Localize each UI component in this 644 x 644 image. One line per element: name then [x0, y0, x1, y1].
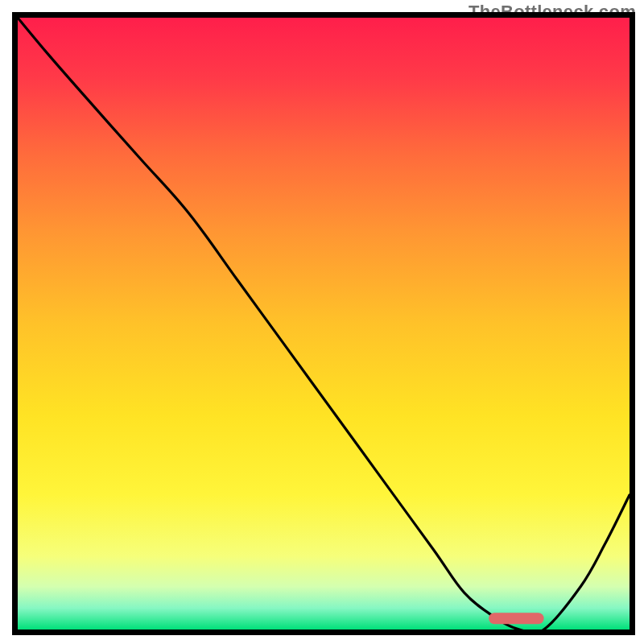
plot-area	[18, 18, 630, 630]
optimal-range-marker	[489, 613, 543, 624]
gradient-background	[18, 18, 630, 630]
chart-frame: TheBottleneck.com	[0, 0, 644, 644]
plot-svg	[18, 18, 630, 630]
